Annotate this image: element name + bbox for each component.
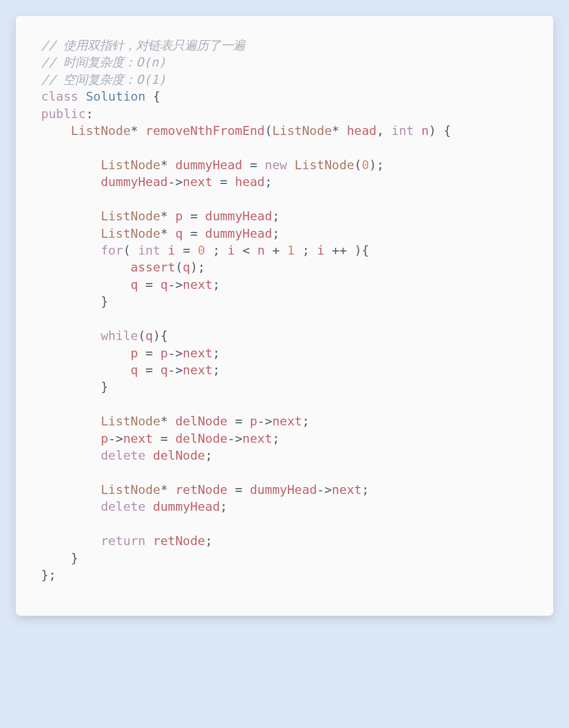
semi: ; [272,209,280,224]
keyword-public: public [41,106,86,121]
eq: = [183,243,190,258]
code-card: // 使用双指针，对链表只遍历了一遍 // 时间复杂度：O(n) // 空间复杂… [16,16,553,616]
class-name: Solution [86,89,145,104]
brace-close-semi: }; [41,568,56,583]
keyword-new: new [265,158,287,172]
arrow: -> [317,482,332,497]
member-next: next [242,431,272,446]
paren-open: ( [264,123,272,138]
func-name: removeNthFromEnd [145,123,264,138]
var-i: i [317,243,325,258]
keyword-delete: delete [101,448,145,463]
brace-open: { [153,89,160,104]
paren-close: ) [354,243,361,258]
eq: = [235,414,242,429]
var-p: p [101,431,108,446]
semi: ; [212,277,220,292]
paren-close: ) [153,328,160,343]
paren-close: ) [429,123,436,138]
paren-open: ( [354,158,361,172]
semi: ; [272,226,280,241]
var-dummyhead: dummyHead [250,482,317,497]
var-delnode: delNode [153,448,205,463]
brace-open: { [160,328,168,343]
keyword-int: int [391,123,414,138]
semi: ; [212,363,220,377]
eq: = [190,209,198,224]
type-listnode: ListNode [101,158,160,172]
var-dummyhead: dummyHead [153,499,220,514]
brace-close: } [71,551,79,566]
star: * [160,414,168,429]
var-q: q [131,363,138,377]
member-next: next [123,431,153,446]
type-listnode: ListNode [101,226,160,241]
var-dummyhead: dummyHead [175,158,242,172]
var-q: q [175,226,183,241]
var-p: p [175,209,183,224]
func-assert: assert [131,260,175,275]
num-one: 1 [287,243,295,258]
eq: = [145,277,153,292]
star: * [332,123,339,138]
brace-open: { [444,123,451,138]
semi: ; [212,346,220,361]
semi: ; [220,499,228,514]
var-dummyhead: dummyHead [205,209,272,224]
lt: < [242,243,250,258]
star: * [131,123,138,138]
semi: ; [198,260,205,275]
brace-close: } [101,380,108,394]
comma: , [377,123,384,138]
code-block: // 使用双指针，对链表只遍历了一遍 // 时间复杂度：O(n) // 空间复杂… [41,37,528,584]
brace-close: } [101,294,108,309]
var-q: q [183,260,190,275]
var-head: head [235,174,265,189]
var-i: i [168,243,175,258]
keyword-int: int [138,243,160,258]
plus: + [272,243,280,258]
star: * [160,482,168,497]
colon: : [86,106,93,121]
brace-open: { [362,243,369,258]
type-listnode: ListNode [101,482,160,497]
arrow: -> [168,174,183,189]
var-q: q [160,277,168,292]
arrow: -> [168,277,183,292]
keyword-delete: delete [101,499,145,514]
arrow: -> [257,414,272,429]
semi: ; [361,482,369,497]
member-next: next [183,346,213,361]
arrow: -> [108,431,123,446]
var-p: p [160,346,168,361]
semi: ; [377,158,384,172]
eq: = [160,431,168,446]
member-next: next [183,174,213,189]
star: * [160,158,168,172]
star: * [160,209,168,224]
semi: ; [272,431,280,446]
star: * [160,226,168,241]
paren-open: ( [175,260,183,275]
pp: ++ [332,243,347,258]
semi: ; [302,414,309,429]
member-next: next [183,363,213,377]
paren-open: ( [138,328,145,343]
type-listnode: ListNode [101,209,160,224]
var-q: q [131,277,138,292]
member-next: next [183,277,213,292]
type-listnode: ListNode [101,414,160,429]
var-dummyhead: dummyHead [205,226,272,241]
paren-close: ) [190,260,198,275]
var-q: q [160,363,168,377]
comment-line: // 时间复杂度：O(n) [41,55,166,70]
keyword-for: for [101,243,123,258]
num-zero: 0 [361,158,369,172]
semi: ; [264,174,272,189]
semi: ; [205,448,212,463]
var-i: i [228,243,235,258]
var-delnode: delNode [175,414,228,429]
paren-open: ( [123,243,131,258]
arrow: -> [228,431,242,446]
comment-line: // 空间复杂度：O(1) [41,72,166,87]
